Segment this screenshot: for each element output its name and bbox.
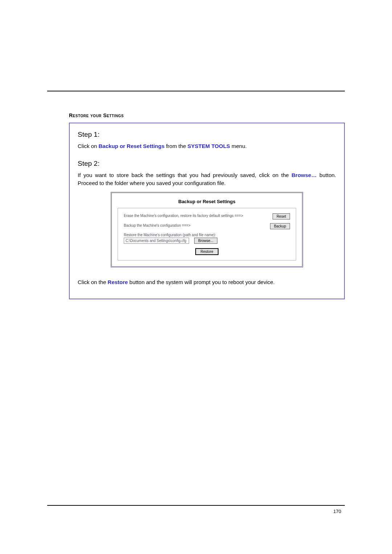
document-page: Restore your Settings Step 1: Click on B… bbox=[0, 0, 392, 554]
panel-title: Backup or Reset Settings bbox=[118, 197, 296, 208]
page-number: 170 bbox=[47, 509, 345, 514]
backup-row: Backup the Machine's configuration ===> … bbox=[124, 223, 290, 229]
step2-heading: Step 2: bbox=[78, 160, 336, 168]
reset-row: Erase the Machine's configuration, resto… bbox=[124, 213, 290, 219]
settings-panel: Backup or Reset Settings Erase the Machi… bbox=[111, 192, 303, 267]
config-path-input[interactable] bbox=[124, 238, 189, 244]
menu-system-tools: SYSTEM TOOLS bbox=[188, 143, 230, 149]
reset-button[interactable]: Reset bbox=[273, 213, 290, 219]
link-restore: Restore bbox=[108, 279, 128, 285]
restore-label: Restore the Machine's configuration (pat… bbox=[124, 233, 290, 237]
restore-button[interactable]: Restore bbox=[195, 248, 218, 255]
text: Click on the bbox=[78, 279, 108, 285]
text: button and the system will prompt you to… bbox=[128, 279, 274, 285]
text: menu. bbox=[230, 143, 247, 149]
text: If you want to store back the settings t… bbox=[78, 172, 291, 178]
steps-box: Step 1: Click on Backup or Reset Setting… bbox=[69, 123, 345, 299]
link-backup-reset: Backup or Reset Settings bbox=[99, 143, 165, 149]
text: Click on bbox=[78, 143, 99, 149]
backup-label: Backup the Machine's configuration ===> bbox=[124, 223, 270, 228]
panel-body: Erase the Machine's configuration, resto… bbox=[118, 208, 296, 260]
browse-button[interactable]: Browse... bbox=[194, 238, 217, 244]
path-row: Browse... bbox=[124, 238, 290, 244]
footer-rule bbox=[47, 505, 345, 506]
content-area: Restore your Settings Step 1: Click on B… bbox=[47, 112, 345, 299]
step1-body: Click on Backup or Reset Settings from t… bbox=[78, 142, 336, 150]
footer: 170 bbox=[47, 505, 345, 514]
restore-row: Restore the Machine's configuration (pat… bbox=[124, 233, 290, 244]
section-title: Restore your Settings bbox=[69, 112, 345, 118]
link-browse: Browse… bbox=[291, 172, 317, 178]
closing-paragraph: Click on the Restore button and the syst… bbox=[78, 278, 336, 286]
restore-button-wrap: Restore bbox=[124, 248, 290, 255]
spacer bbox=[78, 267, 336, 278]
step1-heading: Step 1: bbox=[78, 131, 336, 139]
header-rule bbox=[47, 91, 345, 91]
text: from the bbox=[164, 143, 187, 149]
step2-body: If you want to store back the settings t… bbox=[78, 171, 336, 187]
reset-label: Erase the Machine's configuration, resto… bbox=[124, 213, 273, 218]
backup-button[interactable]: Backup bbox=[270, 223, 290, 229]
